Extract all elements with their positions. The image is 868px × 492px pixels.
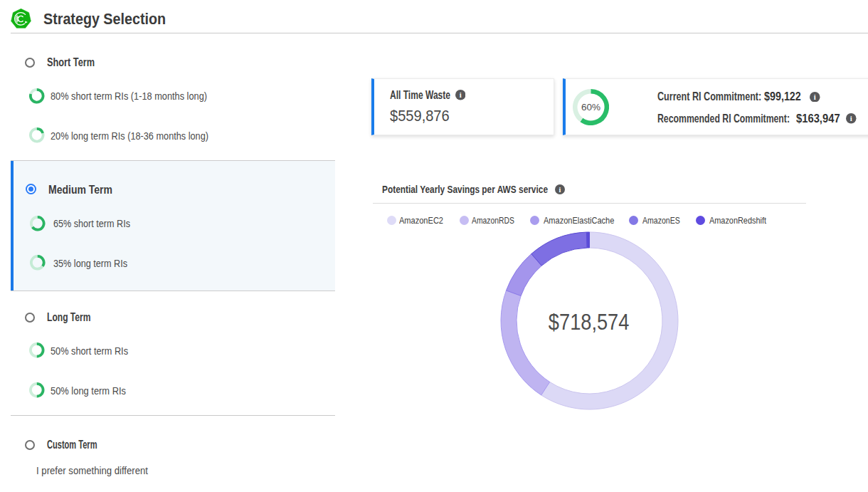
svg-text:i: i — [850, 115, 852, 122]
svg-text:i: i — [814, 93, 816, 101]
svg-text:i: i — [559, 185, 561, 193]
svg-text:i: i — [459, 91, 461, 99]
